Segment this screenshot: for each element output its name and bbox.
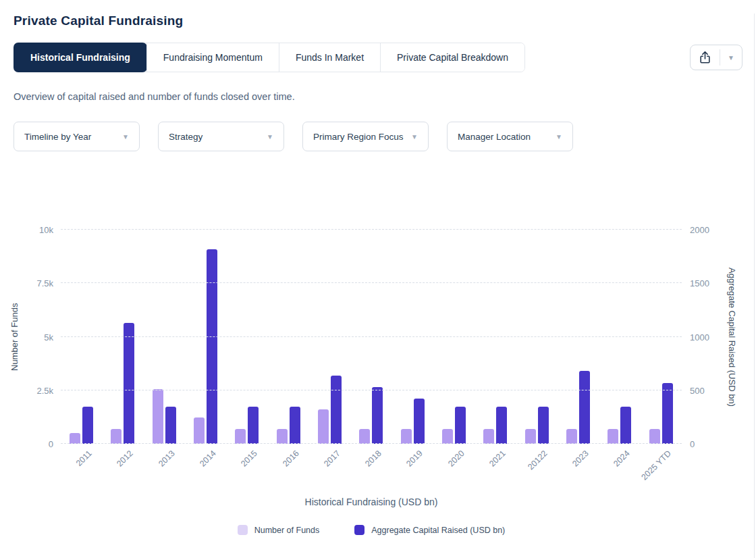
bar-group-2018: 2018 [350,230,392,444]
filter-label: Timeline by Year [24,132,91,142]
bar-number-of-funds [235,429,246,444]
right-axis-tick: 2000 [690,225,709,235]
bar-group-2017: 2017 [309,230,350,444]
gridline [61,336,682,337]
x-axis-label: 2013 [157,449,177,469]
bar-number-of-funds [608,429,618,444]
bar-aggregate-capital-raised [124,323,134,444]
share-icon[interactable] [691,51,720,64]
tab-private-capital-breakdown[interactable]: Private Capital Breakdown [380,43,524,72]
bar-number-of-funds [359,429,370,444]
x-axis-label: 2017 [322,449,342,469]
left-axis-tick: 0 [49,439,53,449]
tab-historical-fundraising[interactable]: Historical Fundraising [14,43,147,72]
private-capital-fundraising-page: Private Capital Fundraising Historical F… [0,14,756,558]
bar-aggregate-capital-raised [414,399,425,444]
tab-funds-in-market[interactable]: Funds In Market [279,43,380,72]
bar-aggregate-capital-raised [372,387,383,444]
chevron-down-icon: ▼ [122,133,129,141]
bar-aggregate-capital-raised [538,407,549,444]
bar-group-2025-ytd: 2025 YTD [641,230,682,444]
bar-number-of-funds [111,429,122,444]
filter-label: Manager Location [458,132,531,142]
bar-group-2013: 2013 [144,230,185,444]
filter-row: Timeline by Year▼Strategy▼Primary Region… [14,122,742,151]
x-axis-label: 2012 [115,449,135,469]
page-title: Private Capital Fundraising [14,14,742,28]
bar-number-of-funds [566,429,577,444]
x-axis-label: 2024 [612,449,632,469]
bar-aggregate-capital-raised [207,249,217,444]
bar-group-2024: 2024 [599,230,640,444]
legend-item-number-of-funds[interactable]: Number of Funds [238,525,320,535]
right-axis-tick: 0 [690,439,695,449]
bar-group-2015: 2015 [226,230,267,444]
filter-timeline-by-year[interactable]: Timeline by Year▼ [14,122,140,151]
bar-aggregate-capital-raised [496,407,507,444]
filter-label: Primary Region Focus [313,132,404,142]
bar-group-2016: 2016 [268,230,309,444]
legend-label: Aggregate Capital Raised (USD bn) [371,526,505,535]
chart-plot-area: Number of Funds Aggregate Capital Raised… [61,230,682,444]
bar-group-2014: 2014 [185,230,226,444]
x-axis-label: 2019 [405,449,425,469]
left-axis-title: Number of Funds [9,230,20,444]
bar-aggregate-capital-raised [82,407,93,444]
bar-number-of-funds [277,429,288,444]
gridline [61,443,682,444]
tab-bar: Historical FundraisingFundraising Moment… [14,43,525,72]
x-axis-label: 2016 [281,449,301,469]
x-axis-title: Historical Fundraising (USD bn) [61,497,682,507]
filter-manager-location[interactable]: Manager Location▼ [447,122,573,151]
tab-fundraising-momentum[interactable]: Fundraising Momentum [146,43,279,72]
bar-number-of-funds [401,429,412,444]
bar-aggregate-capital-raised [165,407,176,444]
export-button[interactable]: ▼ [690,45,742,70]
left-axis-tick: 5k [44,332,53,342]
right-axis-tick: 500 [690,385,705,395]
legend-swatch [238,525,248,535]
bar-number-of-funds [442,429,453,444]
page-right-edge-divider [754,14,755,558]
chevron-down-icon: ▼ [411,133,418,141]
bar-number-of-funds [318,409,329,444]
chart-legend: Number of FundsAggregate Capital Raised … [61,525,682,535]
x-axis-label: 2020 [446,449,466,469]
left-axis-tick: 10k [39,225,53,235]
bar-group-2020: 2020 [433,230,475,444]
bar-aggregate-capital-raised [620,407,631,444]
bar-aggregate-capital-raised [662,383,673,444]
right-axis-title: Aggregate Capital Raised (USD bn) [727,209,737,464]
gridline [61,390,682,390]
chevron-down-icon: ▼ [556,133,562,141]
bar-aggregate-capital-raised [455,407,466,444]
chart-description: Overview of capital raised and number of… [14,91,742,102]
legend-item-aggregate-capital-raised-usd-bn[interactable]: Aggregate Capital Raised (USD bn) [354,525,505,535]
bar-number-of-funds [194,417,205,444]
bar-series-container: 2011201220132014201520162017201820192020… [61,230,682,444]
filter-primary-region-focus[interactable]: Primary Region Focus▼ [302,122,429,151]
bar-group-20122: 20122 [516,230,558,444]
bar-aggregate-capital-raised [248,407,259,444]
bar-group-2011: 2011 [61,230,102,444]
bar-aggregate-capital-raised [290,407,300,444]
gridline [61,229,682,230]
x-axis-label: 2018 [363,449,383,469]
bar-group-2019: 2019 [392,230,433,444]
filter-strategy[interactable]: Strategy▼ [158,122,284,151]
tab-row: Historical FundraisingFundraising Moment… [14,43,742,72]
x-axis-label: 20122 [526,449,549,472]
fundraising-chart: Number of Funds Aggregate Capital Raised… [14,151,742,558]
bar-number-of-funds [153,389,163,444]
x-axis-label: 2014 [198,449,218,469]
bar-group-2023: 2023 [558,230,599,444]
x-axis-label: 2025 YTD [640,449,674,482]
chevron-down-icon: ▼ [267,133,273,141]
legend-swatch [354,525,364,535]
x-axis-label: 2015 [239,449,259,469]
filter-label: Strategy [169,132,202,142]
left-axis-tick: 7.5k [36,278,53,288]
chevron-down-icon[interactable]: ▼ [720,54,742,61]
x-axis-label: 2021 [487,449,508,469]
bar-aggregate-capital-raised [579,371,590,444]
